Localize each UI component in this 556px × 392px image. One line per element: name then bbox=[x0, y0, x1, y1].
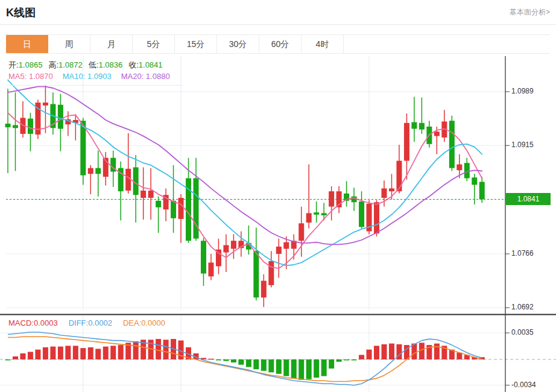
current-price-badge: 1.0841 bbox=[506, 193, 551, 205]
macd-hist-bar bbox=[208, 359, 213, 360]
macd-hist-bar bbox=[268, 359, 274, 372]
candle-body bbox=[389, 188, 394, 191]
ohlc-value: 1.0836 bbox=[98, 60, 122, 69]
ma-readout: MA5: 1.0870MA10: 1.0903MA20: 1.0880 bbox=[8, 72, 180, 81]
ohlc-value: 1.0841 bbox=[139, 60, 163, 69]
candle-body bbox=[268, 261, 274, 285]
candle-body bbox=[141, 191, 146, 198]
candle-body bbox=[396, 161, 402, 192]
macd-hist-bar bbox=[35, 350, 40, 359]
macd-hist-bar bbox=[299, 359, 304, 380]
macd-hist-bar bbox=[306, 359, 312, 379]
ma5-line bbox=[8, 113, 482, 268]
ohlc-readout: 开:1.0865高:1.0872低:1.0836收:1.0841 bbox=[8, 60, 169, 71]
macd-indicator-value: DEA:0.0000 bbox=[123, 318, 165, 327]
price-tick-label: 1.0766 bbox=[511, 249, 534, 258]
candle-body bbox=[156, 201, 161, 207]
macd-hist-bar bbox=[352, 359, 357, 361]
ohlc-label: 开: bbox=[8, 60, 19, 69]
macd-hist-bar bbox=[238, 359, 244, 365]
candle-body bbox=[43, 103, 48, 106]
candle-body bbox=[261, 281, 267, 298]
candle-body bbox=[58, 105, 63, 129]
ma20-line bbox=[8, 87, 482, 245]
candle-body bbox=[479, 182, 485, 200]
ohlc-value: 1.0872 bbox=[58, 60, 83, 69]
ohlc-label: 低: bbox=[89, 60, 99, 69]
candle-body bbox=[456, 165, 462, 171]
candle-body bbox=[148, 191, 154, 198]
candle-body bbox=[419, 123, 425, 130]
candle-body bbox=[178, 198, 184, 219]
macd-hist-bar bbox=[58, 347, 63, 359]
macd-hist-bar bbox=[20, 353, 25, 359]
macd-hist-bar bbox=[103, 347, 109, 359]
candle-body bbox=[80, 121, 86, 175]
candle-body bbox=[208, 262, 213, 276]
macd-hist-bar bbox=[329, 359, 334, 368]
macd-tick-label: 0.0035 bbox=[511, 328, 534, 337]
macd-hist-bar bbox=[50, 347, 55, 359]
candle-body bbox=[306, 213, 312, 223]
ma-value: MA10: 1.0903 bbox=[63, 72, 112, 81]
macd-hist-bar bbox=[28, 352, 33, 359]
candle-body bbox=[171, 201, 176, 218]
macd-hist-bar bbox=[314, 359, 319, 378]
macd-hist-bar bbox=[419, 343, 425, 359]
macd-hist-bar bbox=[261, 359, 267, 371]
ma-value: MA5: 1.0870 bbox=[8, 72, 53, 81]
candle-body bbox=[382, 188, 387, 198]
kline-widget: K线图 基本面分析> 日周月5分15分30分60分4时 开:1.0865高:1.… bbox=[0, 0, 556, 392]
macd-hist-bar bbox=[73, 346, 78, 359]
macd-hist-bar bbox=[5, 359, 11, 361]
macd-hist-bar bbox=[246, 359, 251, 367]
macd-hist-bar bbox=[216, 359, 221, 361]
macd-indicator-value: MACD:0.0003 bbox=[8, 318, 58, 327]
macd-hist-bar bbox=[321, 359, 327, 376]
macd-hist-bar bbox=[13, 356, 18, 359]
macd-hist-bar bbox=[88, 347, 93, 359]
candle-body bbox=[411, 122, 417, 129]
macd-hist-bar bbox=[118, 345, 124, 359]
ma-value: MA20: 1.0880 bbox=[121, 72, 170, 81]
macd-hist-bar bbox=[231, 359, 236, 362]
candle-body bbox=[223, 245, 229, 252]
candle-body bbox=[253, 251, 259, 297]
macd-hist-bar bbox=[43, 347, 48, 359]
candle-body bbox=[464, 163, 470, 178]
candle-body bbox=[449, 121, 455, 168]
macd-hist-bar bbox=[163, 340, 169, 359]
macd-hist-bar bbox=[389, 344, 394, 359]
macd-hist-bar bbox=[374, 346, 379, 359]
candle-body bbox=[299, 223, 304, 241]
candle-body bbox=[194, 179, 199, 239]
candle-body bbox=[321, 213, 327, 215]
macd-hist-bar bbox=[382, 344, 387, 359]
macd-hist-bar bbox=[276, 359, 282, 374]
macd-hist-bar bbox=[344, 359, 349, 361]
candle-body bbox=[314, 212, 319, 215]
macd-hist-bar bbox=[133, 341, 139, 359]
ohlc-label: 收: bbox=[128, 60, 139, 69]
ohlc-ma-infobox: 开:1.0865高:1.0872低:1.0836收:1.0841 MA5: 1.… bbox=[6, 57, 183, 86]
candle-body bbox=[88, 168, 93, 174]
ohlc-label: 高: bbox=[48, 60, 58, 69]
candle-body bbox=[5, 124, 11, 127]
macd-hist-bar bbox=[223, 359, 229, 361]
candle-body bbox=[28, 119, 33, 134]
candle-body bbox=[329, 191, 334, 206]
macd-hist-bar bbox=[80, 348, 86, 359]
candle-body bbox=[359, 201, 364, 227]
price-tick-label: 1.0989 bbox=[511, 87, 534, 95]
macd-hist-bar bbox=[291, 359, 297, 378]
macd-hist-bar bbox=[336, 359, 342, 362]
candle-body bbox=[125, 169, 131, 191]
macd-hist-bar bbox=[95, 349, 101, 359]
candle-body bbox=[283, 242, 289, 249]
candle-body bbox=[404, 123, 409, 161]
macd-hist-bar bbox=[65, 346, 71, 359]
macd-hist-bar bbox=[156, 339, 161, 359]
candle-body bbox=[276, 247, 282, 254]
macd-hist-bar bbox=[434, 344, 440, 359]
ma10-line bbox=[8, 80, 482, 266]
